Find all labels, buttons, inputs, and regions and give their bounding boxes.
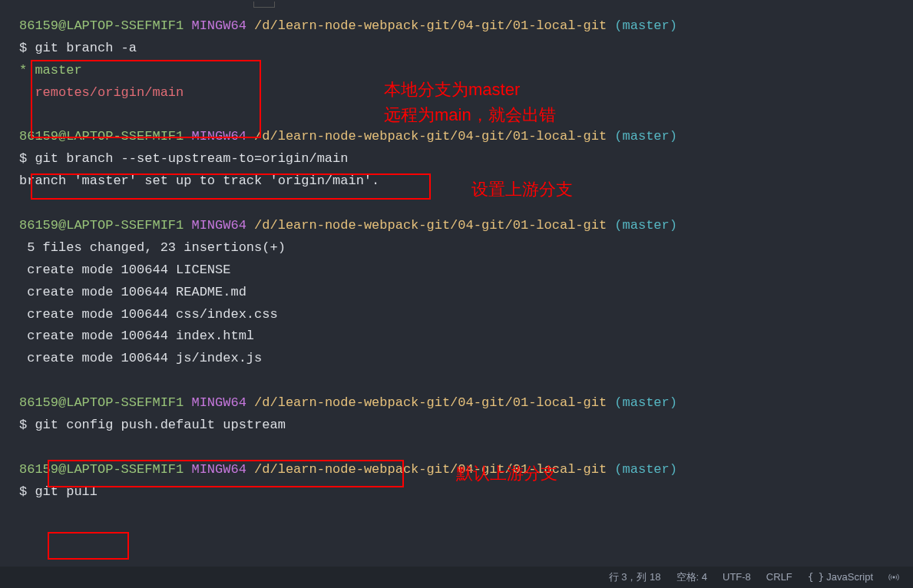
prompt-branch: (master) bbox=[614, 218, 677, 233]
cmd-text: git branch -a bbox=[35, 41, 137, 55]
annotation-1: 本地分支为master 远程为main，就会出错 bbox=[384, 77, 556, 127]
cmd-line: $ git branch -a bbox=[19, 38, 894, 60]
status-encoding[interactable]: UTF-8 bbox=[723, 569, 751, 586]
prompt-user: 86159@LAPTOP-SSEFMIF1 bbox=[19, 129, 184, 144]
output-line: create mode 100644 README.md bbox=[19, 282, 894, 304]
svg-point-0 bbox=[893, 576, 895, 578]
prompt-shell: MINGW64 bbox=[191, 395, 246, 410]
annotation-text: 远程为main，就会出错 bbox=[384, 102, 556, 127]
prompt-user: 86159@LAPTOP-SSEFMIF1 bbox=[19, 395, 184, 410]
status-indentation[interactable]: 空格: 4 bbox=[676, 569, 707, 586]
status-language-text: JavaScript bbox=[826, 569, 873, 586]
prompt-shell: MINGW64 bbox=[191, 218, 246, 233]
highlight-box-4 bbox=[48, 532, 129, 560]
braces-icon bbox=[808, 569, 823, 586]
status-eol[interactable]: CRLF bbox=[766, 569, 792, 586]
cmd-text: git pull bbox=[35, 484, 98, 499]
status-bar: 行 3，列 18 空格: 4 UTF-8 CRLF JavaScript bbox=[0, 567, 913, 588]
prompt-shell: MINGW64 bbox=[191, 18, 246, 33]
output-line: create mode 100644 LICENSE bbox=[19, 259, 894, 282]
cmd-line: $ git branch --set-upstream-to=origin/ma… bbox=[19, 148, 894, 170]
prompt-path: /d/learn-node-webpack-git/04-git/01-loca… bbox=[254, 129, 607, 144]
prompt-branch: (master) bbox=[614, 129, 677, 144]
annotation-3: 默认上游分支 bbox=[456, 461, 557, 486]
output-line: create mode 100644 js/index.js bbox=[19, 348, 894, 370]
prompt-path: /d/learn-node-webpack-git/04-git/01-loca… bbox=[254, 218, 607, 233]
prompt-path: /d/learn-node-webpack-git/04-git/01-loca… bbox=[254, 395, 607, 410]
status-language[interactable]: JavaScript bbox=[808, 569, 873, 586]
prompt-user: 86159@LAPTOP-SSEFMIF1 bbox=[19, 218, 184, 233]
output-line: create mode 100644 index.html bbox=[19, 325, 894, 348]
cmd-text: git branch --set-upstream-to=origin/main bbox=[35, 151, 348, 166]
cmd-line: $ git config push.default upstream bbox=[19, 415, 894, 437]
top-divider bbox=[253, 2, 275, 8]
output-line: create mode 100644 css/index.css bbox=[19, 304, 894, 326]
status-cursor-position[interactable]: 行 3，列 18 bbox=[609, 569, 661, 586]
prompt-line: 86159@LAPTOP-SSEFMIF1 MINGW64 /d/learn-n… bbox=[19, 215, 894, 237]
annotation-text: 本地分支为master bbox=[384, 77, 556, 102]
output-line: branch 'master' set up to track 'origin/… bbox=[19, 170, 894, 193]
prompt-branch: (master) bbox=[614, 18, 677, 33]
prompt-shell: MINGW64 bbox=[191, 129, 246, 144]
prompt-line: 86159@LAPTOP-SSEFMIF1 MINGW64 /d/learn-n… bbox=[19, 15, 894, 38]
prompt-line: 86159@LAPTOP-SSEFMIF1 MINGW64 /d/learn-n… bbox=[19, 392, 894, 415]
prompt-user: 86159@LAPTOP-SSEFMIF1 bbox=[19, 18, 184, 33]
broadcast-icon[interactable] bbox=[888, 572, 899, 583]
prompt-branch: (master) bbox=[614, 395, 677, 410]
prompt-branch: (master) bbox=[614, 462, 677, 477]
annotation-2: 设置上游分支 bbox=[471, 177, 573, 202]
output-line: 5 files changed, 23 insertions(+) bbox=[19, 237, 894, 259]
prompt-user: 86159@LAPTOP-SSEFMIF1 bbox=[19, 462, 184, 477]
cmd-text: git config push.default upstream bbox=[35, 418, 285, 432]
prompt-shell: MINGW64 bbox=[191, 462, 246, 477]
prompt-path: /d/learn-node-webpack-git/04-git/01-loca… bbox=[254, 18, 607, 33]
prompt-line: 86159@LAPTOP-SSEFMIF1 MINGW64 /d/learn-n… bbox=[19, 126, 894, 148]
